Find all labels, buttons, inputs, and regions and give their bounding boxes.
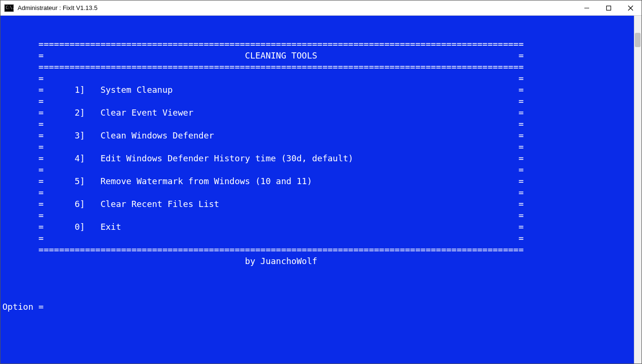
- scrollbar-track[interactable]: [634, 16, 642, 364]
- maximize-button[interactable]: [598, 0, 620, 15]
- window-title: Administrateur : FixIt V1.13.5: [18, 4, 576, 11]
- minimize-icon: [584, 5, 590, 11]
- console-content: ========================================…: [2, 27, 642, 313]
- app-window: C:\. Administrateur : FixIt V1.13.5 ====…: [0, 0, 642, 364]
- console-area[interactable]: ========================================…: [0, 16, 642, 364]
- close-icon: [628, 5, 633, 11]
- svg-rect-1: [607, 6, 611, 10]
- close-button[interactable]: [620, 0, 642, 15]
- scrollbar-thumb[interactable]: [635, 33, 641, 47]
- cmd-icon: C:\.: [4, 4, 14, 12]
- minimize-button[interactable]: [576, 0, 598, 15]
- console-text: ========================================…: [2, 27, 642, 313]
- titlebar: C:\. Administrateur : FixIt V1.13.5: [0, 0, 642, 16]
- window-controls: [576, 0, 642, 15]
- maximize-icon: [606, 5, 612, 11]
